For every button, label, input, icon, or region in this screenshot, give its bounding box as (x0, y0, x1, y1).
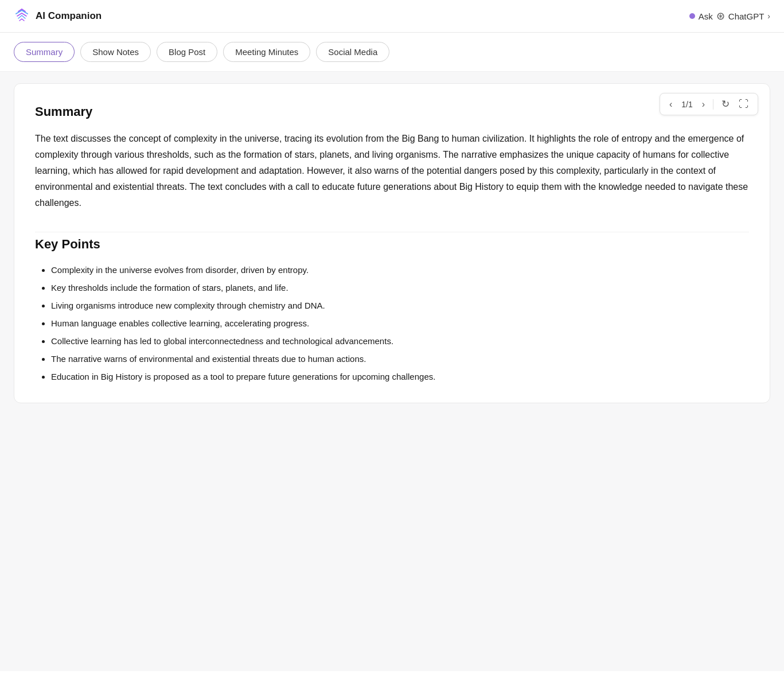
ask-label: Ask (699, 11, 713, 21)
tab-summary[interactable]: Summary (14, 42, 75, 62)
key-point-item: The narrative warns of environmental and… (51, 351, 749, 367)
app-title: AI Companion (36, 10, 102, 22)
prev-page-button[interactable]: ‹ (667, 98, 674, 111)
key-point-item: Key thresholds include the formation of … (51, 280, 749, 295)
header-left: AI Companion (14, 8, 102, 24)
key-points-list: Complexity in the universe evolves from … (35, 262, 749, 384)
chevron-right-icon: › (767, 11, 770, 21)
refresh-button[interactable]: ↻ (719, 97, 732, 111)
key-point-item: Education in Big History is proposed as … (51, 369, 749, 384)
key-point-item: Living organisms introduce new complexit… (51, 298, 749, 313)
tab-show-notes[interactable]: Show Notes (80, 42, 151, 62)
key-point-item: Complexity in the universe evolves from … (51, 262, 749, 278)
ask-chatgpt-button[interactable]: Ask ⊛ ChatGPT › (689, 10, 770, 22)
fullscreen-button[interactable]: ⛶ (736, 98, 751, 111)
main-content: ‹ 1/1 › ↻ ⛶ Summary The text discusses t… (0, 72, 784, 671)
summary-paragraph: The text discusses the concept of comple… (35, 131, 749, 211)
pagination-toolbar: ‹ 1/1 › ↻ ⛶ (660, 93, 758, 115)
tab-social-media[interactable]: Social Media (316, 42, 389, 62)
app-header: AI Companion Ask ⊛ ChatGPT › (0, 0, 784, 33)
key-point-item: Collective learning has led to global in… (51, 333, 749, 349)
next-page-button[interactable]: › (700, 98, 707, 111)
page-count: 1/1 (679, 100, 695, 109)
tab-meeting-minutes[interactable]: Meeting Minutes (223, 42, 310, 62)
ask-dot-icon (689, 13, 695, 19)
chatgpt-icon: ⊛ (716, 10, 725, 22)
toolbar-divider (713, 99, 713, 110)
key-point-item: Human language enables collective learni… (51, 315, 749, 331)
key-points-title: Key Points (35, 232, 749, 252)
chatgpt-label: ChatGPT (728, 11, 765, 21)
content-card: ‹ 1/1 › ↻ ⛶ Summary The text discusses t… (14, 83, 770, 403)
tab-blog-post[interactable]: Blog Post (157, 42, 217, 62)
tabs-bar: Summary Show Notes Blog Post Meeting Min… (0, 33, 784, 72)
ai-companion-logo-icon (14, 8, 30, 24)
summary-section-title: Summary (35, 104, 749, 119)
